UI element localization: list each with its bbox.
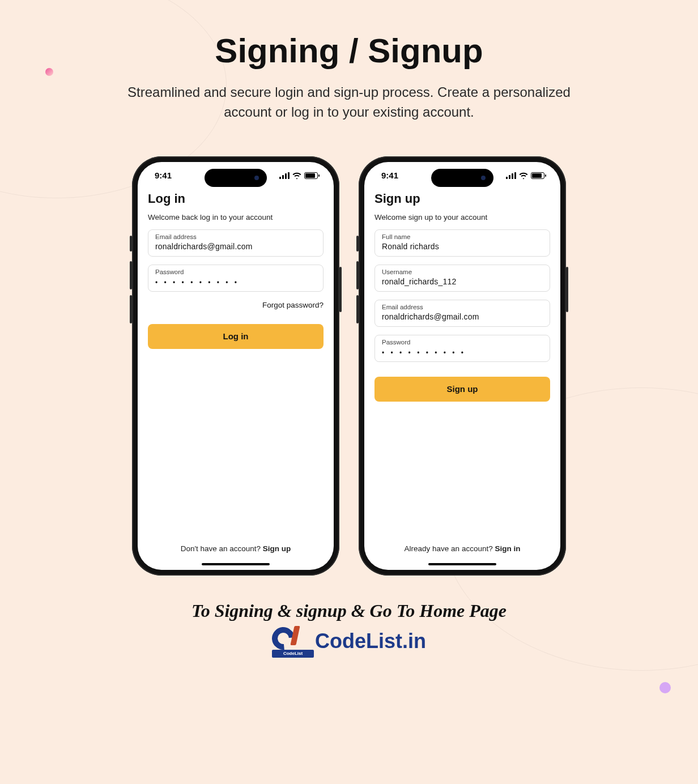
phone-notch (205, 169, 267, 187)
phone-notch (431, 169, 493, 187)
status-time: 9:41 (381, 171, 398, 180)
home-indicator (202, 563, 270, 565)
email-field[interactable]: Email address (148, 229, 324, 257)
phone-mockup-signup: 9:41 Sign up Welcome sign up to your acc… (359, 156, 566, 576)
signal-icon (506, 172, 516, 179)
wifi-icon (292, 172, 301, 179)
email-label: Email address (382, 304, 543, 310)
wifi-icon (519, 172, 528, 179)
home-indicator (428, 563, 496, 565)
signup-title: Sign up (374, 191, 550, 206)
tagline-text: To Signing & signup & Go To Home Page (191, 600, 507, 621)
brand-logo-caption: CodeList (272, 650, 314, 658)
login-footer-text: Don't have an account? (181, 544, 263, 553)
status-time: 9:41 (155, 171, 172, 180)
password-input[interactable]: • • • • • • • • • • (155, 279, 316, 287)
signup-footer-text: Already have an account? (405, 544, 495, 553)
username-field[interactable]: Username (374, 265, 550, 292)
decorative-dot (45, 68, 53, 76)
signup-footer: Already have an account? Sign in (374, 544, 550, 553)
email-input[interactable] (382, 312, 543, 321)
password-label: Password (382, 339, 543, 346)
signup-link[interactable]: Sign up (263, 544, 291, 553)
username-input[interactable] (382, 277, 543, 286)
decorative-dot (659, 682, 671, 693)
fullname-field[interactable]: Full name (374, 229, 550, 257)
brand-name: CodeList.in (315, 629, 426, 653)
password-field[interactable]: Password • • • • • • • • • • (374, 335, 550, 362)
signup-button[interactable]: Sign up (374, 377, 550, 402)
email-input[interactable] (155, 242, 316, 251)
username-label: Username (382, 269, 543, 275)
signal-icon (279, 172, 290, 179)
fullname-input[interactable] (382, 242, 543, 251)
login-subtitle: Welcome back log in to your account (148, 213, 324, 221)
signup-subtitle: Welcome sign up to your account (374, 213, 550, 221)
email-label: Email address (155, 233, 316, 240)
fullname-label: Full name (382, 233, 543, 240)
password-field[interactable]: Password • • • • • • • • • • (148, 265, 324, 292)
brand-logo-icon: CodeList (272, 627, 312, 655)
email-field[interactable]: Email address (374, 300, 550, 327)
signin-link[interactable]: Sign in (495, 544, 520, 553)
phone-mockup-login: 9:41 Log in Welcome back log in to your … (132, 156, 339, 576)
password-label: Password (155, 269, 316, 275)
forgot-password-link[interactable]: Forgot password? (148, 301, 324, 309)
login-title: Log in (148, 191, 324, 206)
battery-icon (531, 172, 544, 179)
password-input[interactable]: • • • • • • • • • • (382, 349, 543, 357)
page-title: Signing / Signup (215, 31, 483, 70)
login-button[interactable]: Log in (148, 324, 324, 349)
login-footer: Don't have an account? Sign up (148, 544, 324, 553)
battery-icon (304, 172, 318, 179)
brand: CodeList CodeList.in (272, 627, 426, 655)
